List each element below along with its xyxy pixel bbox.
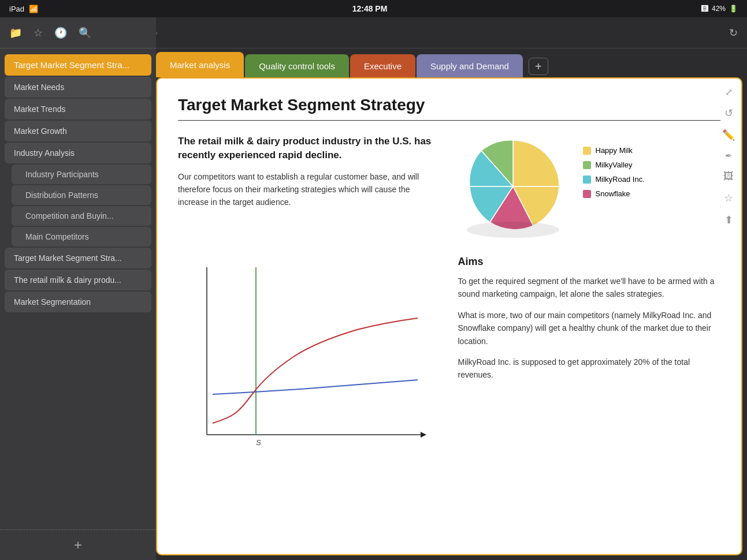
tab-executive[interactable]: Executive [350, 54, 415, 77]
sidebar-item-target-market[interactable]: Target Market Segment Stra... [5, 248, 151, 268]
legend-happy-milk: Happy Milk [583, 146, 645, 155]
legend-dot-snowflake [583, 190, 591, 198]
status-left: iPad 📶 [9, 5, 38, 13]
legend-milkyroad: MilkyRoad Inc. [583, 175, 645, 184]
pie-chart [458, 135, 574, 238]
doc-top-section: The retail milk & dairy product industry… [178, 135, 720, 238]
legend-snowflake: Snowflake [583, 189, 645, 198]
sidebar-top-icons: 📁 ☆ 🕐 🔍 [0, 17, 156, 48]
tab-supply-demand[interactable]: Supply and Demand [417, 54, 523, 77]
sidebar-item-market-segmentation[interactable]: Market Segmentation [5, 292, 151, 312]
pen-icon[interactable]: ✏️ [722, 129, 735, 141]
chart-legend: Happy Milk MilkyValley MilkyRoad Inc. Sn… [583, 135, 645, 198]
aims-area: Aims To get the required segment of the … [458, 256, 721, 464]
status-right: 🅱 42% 🔋 [701, 5, 738, 13]
battery-icon: 🔋 [729, 5, 738, 13]
add-tab-button[interactable]: + [529, 58, 548, 75]
sidebar-item-market-growth[interactable]: Market Growth [5, 121, 151, 141]
doc-body-text: Our competitors want to establish a regu… [178, 170, 441, 209]
sidebar-item-distribution-patterns[interactable]: Distribution Patterns [12, 185, 151, 205]
sidebar-item-market-needs[interactable]: Market Needs [5, 77, 151, 98]
sidebar-item-industry-participants[interactable]: Industry Participants [12, 165, 151, 184]
sidebar: 📁 ☆ 🕐 🔍 Target Market Segment Stra... Ma… [0, 17, 156, 560]
folder-icon[interactable]: 📁 [9, 27, 22, 39]
star-toolbar-icon[interactable]: ☆ [724, 192, 733, 204]
pie-chart-area: Happy Milk MilkyValley MilkyRoad Inc. Sn… [458, 135, 721, 238]
star-icon[interactable]: ☆ [34, 27, 43, 39]
doc-title: Target Market Segment Strategy [178, 96, 720, 121]
aims-text-2: What is more, two of our main competitor… [458, 309, 721, 348]
sidebar-bottom: + [0, 529, 156, 560]
legend-label-milkyroad: MilkyRoad Inc. [596, 175, 645, 184]
svg-marker-2 [421, 432, 426, 438]
doc-bottom-section: S Aims To get the required segment of th… [178, 256, 720, 464]
svg-text:S: S [256, 438, 261, 447]
refresh-icon[interactable]: ↻ [729, 27, 738, 39]
svg-point-0 [467, 222, 559, 238]
status-time: 12:48 PM [352, 4, 388, 13]
tab-bar: Market analysis Quality control tools Ex… [156, 48, 747, 77]
sidebar-items: Target Market Segment Stra... Market Nee… [0, 48, 156, 529]
search-icon[interactable]: 🔍 [79, 27, 91, 39]
sidebar-item-main-competitors[interactable]: Main Competitors [12, 227, 151, 247]
image-icon[interactable]: 🖼 [723, 170, 734, 182]
share-icon[interactable]: ⬆ [724, 214, 733, 226]
expand-icon[interactable]: ⤢ [725, 87, 733, 98]
add-note-button[interactable]: + [74, 537, 82, 553]
legend-label-snowflake: Snowflake [596, 189, 630, 198]
legend-dot-happy-milk [583, 147, 591, 155]
line-chart-area: S [178, 256, 441, 464]
tab-quality-control[interactable]: Quality control tools [245, 54, 349, 77]
ipad-label: iPad [9, 5, 24, 13]
aims-text-3: MilkyRoad Inc. is supposed to get approx… [458, 356, 721, 382]
aims-text-1: To get the required segment of the marke… [458, 275, 721, 301]
legend-label-milkyvalley: MilkyValley [596, 160, 633, 169]
wifi-icon: 📶 [29, 5, 38, 13]
sidebar-item-market-trends[interactable]: Market Trends [5, 99, 151, 120]
sidebar-item-competition-buying[interactable]: Competition and Buyin... [12, 206, 151, 226]
sidebar-item-selected[interactable]: Target Market Segment Stra... [5, 54, 151, 76]
line-chart-svg: S [178, 256, 426, 464]
sidebar-item-industry-analysis[interactable]: Industry Analysis [5, 143, 151, 163]
legend-milkyvalley: MilkyValley [583, 160, 645, 169]
aims-title: Aims [458, 256, 721, 268]
clock-icon[interactable]: 🕐 [54, 27, 67, 39]
sidebar-item-retail-milk[interactable]: The retail milk & dairy produ... [5, 270, 151, 290]
pen-abc-icon[interactable]: ✒ [725, 151, 733, 161]
legend-dot-milkyroad [583, 176, 591, 184]
legend-dot-milkyvalley [583, 161, 591, 169]
main-content: ⤢ ↺ ✏️ ✒ 🖼 ☆ ⬆ Target Market Segment Str… [156, 77, 742, 555]
status-bar: iPad 📶 12:48 PM 🅱 42% 🔋 [0, 0, 747, 17]
battery-percent: 42% [712, 5, 726, 13]
tab-market-analysis[interactable]: Market analysis [156, 52, 244, 77]
bluetooth-icon: 🅱 [701, 5, 708, 13]
right-toolbar: ⤢ ↺ ✏️ ✒ 🖼 ☆ ⬆ [716, 79, 741, 234]
undo-icon[interactable]: ↺ [724, 107, 733, 120]
doc-headline: The retail milk & dairy product industry… [178, 135, 441, 162]
legend-label-happy-milk: Happy Milk [596, 146, 633, 155]
pie-svg [458, 135, 574, 238]
doc-text-section: The retail milk & dairy product industry… [178, 135, 441, 238]
